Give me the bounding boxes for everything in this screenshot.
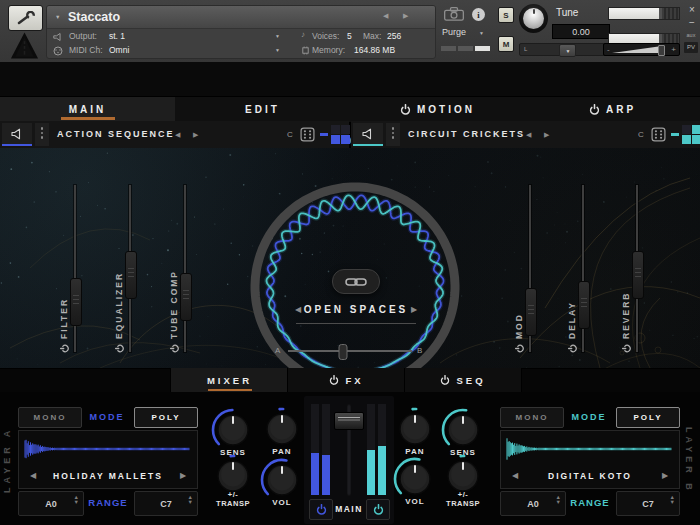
tab-arp[interactable]: ARP: [525, 96, 700, 122]
layer-b-vol-knob[interactable]: VOL: [391, 453, 439, 507]
layer-a-vol-knob[interactable]: VOL: [258, 454, 306, 508]
sequence-a-name[interactable]: ACTION SEQUENCE: [57, 121, 175, 148]
power-icon[interactable]: [440, 375, 450, 385]
layer-a-sample-prev-icon[interactable]: ◀: [27, 468, 39, 484]
delay-power-label[interactable]: DELAY: [567, 301, 577, 353]
layer-b-sample-next-icon[interactable]: ▶: [659, 468, 671, 484]
sequence-b-menu[interactable]: [386, 123, 400, 146]
pan-slider[interactable]: L R ▼: [519, 43, 615, 56]
close-button[interactable]: ×: [686, 4, 698, 15]
pan-handle[interactable]: ▼: [559, 44, 576, 57]
mod-slider-handle[interactable]: [525, 288, 537, 336]
instrument-collapse-caret[interactable]: ▼: [55, 14, 60, 20]
power-icon[interactable]: [329, 375, 339, 385]
mod-slider[interactable]: [525, 185, 535, 352]
pv-button[interactable]: PV: [684, 42, 698, 53]
tune-knob[interactable]: [519, 4, 548, 33]
preset-next-icon[interactable]: ▶: [408, 302, 420, 318]
layer-a-mono-button[interactable]: MONO: [18, 407, 82, 428]
power-icon[interactable]: [515, 344, 524, 353]
mute-button[interactable]: M: [498, 36, 514, 52]
delay-slider[interactable]: [578, 185, 588, 352]
snapshot-camera-icon[interactable]: [443, 7, 465, 21]
layer-b-sample-prev-icon[interactable]: ◀: [509, 468, 521, 484]
volume-plus[interactable]: +: [671, 45, 676, 54]
layer-b-range-low-stepper[interactable]: A0 ▲▼: [500, 491, 566, 516]
power-icon[interactable]: [622, 344, 631, 353]
midi-channel-selector[interactable]: MIDI Ch: Omni ▼: [53, 44, 293, 58]
sequence-b-name[interactable]: CIRCUIT CRICKETS: [408, 121, 525, 148]
layer-b-pan-knob[interactable]: PAN: [391, 403, 439, 457]
output-selector[interactable]: Output: st. 1 ▼: [53, 30, 293, 44]
mod-power-label[interactable]: MOD: [514, 313, 524, 353]
layer-a-sample-next-icon[interactable]: ▶: [177, 468, 189, 484]
ab-morph-handle[interactable]: [338, 344, 347, 360]
main-volume-fader[interactable]: [334, 404, 364, 496]
layer-a-range-low-stepper[interactable]: A0 ▲▼: [18, 491, 84, 516]
layer-b-sample-name[interactable]: DIGITAL KOTO: [521, 468, 659, 484]
output-caret-icon[interactable]: ▼: [275, 33, 280, 39]
power-icon[interactable]: [568, 344, 577, 353]
next-instrument-icon[interactable]: ▶: [403, 12, 408, 20]
subtab-fx[interactable]: FX: [287, 368, 406, 392]
ab-link-button[interactable]: [332, 269, 380, 294]
reverb-slider-handle[interactable]: [632, 251, 644, 299]
sequence-b-speaker-button[interactable]: [353, 123, 383, 144]
equalizer-slider[interactable]: [125, 185, 135, 352]
tube-comp-power-label[interactable]: TUBE COMP: [169, 270, 179, 353]
prev-instrument-icon[interactable]: ◀: [383, 12, 388, 20]
wrench-button[interactable]: [8, 5, 43, 31]
main-fader-handle[interactable]: [334, 412, 364, 430]
volume-handle[interactable]: [658, 45, 665, 56]
tube-comp-slider[interactable]: [180, 185, 190, 352]
filter-slider-handle[interactable]: [70, 278, 82, 326]
layer-b-range-high-stepper[interactable]: C7 ▲▼: [616, 491, 680, 516]
power-icon[interactable]: [170, 344, 179, 353]
layer-a-range-high-stepper[interactable]: C7 ▲▼: [134, 491, 198, 516]
sequence-a-random-dice-icon[interactable]: [300, 127, 315, 142]
solo-button[interactable]: S: [498, 7, 514, 23]
sequence-b-key[interactable]: C: [635, 121, 647, 148]
reverb-power-label[interactable]: REVERB: [621, 292, 631, 353]
layer-b-transpose-knob[interactable]: +/-TRANSP: [439, 450, 487, 504]
power-icon[interactable]: [400, 104, 411, 115]
tune-value[interactable]: 0.00: [552, 24, 610, 39]
layer-a-transpose-knob[interactable]: +/-TRANSP: [209, 450, 257, 504]
filter-slider[interactable]: [70, 185, 80, 352]
midi-caret-icon[interactable]: ▼: [275, 47, 280, 53]
aux-button[interactable]: aux: [683, 32, 699, 38]
delay-slider-handle[interactable]: [578, 281, 590, 329]
layer-a-sample-name[interactable]: HOLIDAY MALLETS: [39, 468, 177, 484]
instrument-title-bar[interactable]: ▼ Staccato ◀ ▶: [47, 6, 435, 29]
volume-slider[interactable]: - +: [603, 43, 680, 56]
tube-comp-slider-handle[interactable]: [180, 273, 192, 321]
layer-b-mono-button[interactable]: MONO: [500, 407, 564, 428]
sequence-a-speaker-button[interactable]: [2, 123, 32, 144]
tab-main[interactable]: MAIN: [0, 96, 176, 122]
sequence-b-prev-icon[interactable]: ◀: [526, 121, 531, 148]
volume-minus[interactable]: -: [607, 45, 610, 54]
layer-a-pan-knob[interactable]: PAN: [258, 403, 306, 457]
morph-ring[interactable]: [230, 155, 480, 368]
preset-name[interactable]: OPEN SPACES: [296, 302, 416, 318]
sequence-a-menu[interactable]: [35, 123, 49, 146]
power-icon[interactable]: [115, 344, 124, 353]
subtab-seq[interactable]: SEQ: [404, 368, 522, 392]
reverb-slider[interactable]: [632, 185, 642, 352]
equalizer-slider-handle[interactable]: [125, 251, 137, 299]
info-button[interactable]: i: [472, 8, 485, 21]
sequence-a-key[interactable]: C: [284, 121, 296, 148]
sequence-b-next-icon[interactable]: ▶: [544, 121, 549, 148]
sequence-a-prev-icon[interactable]: ◀: [175, 121, 180, 148]
layer-b-power-button[interactable]: [366, 499, 390, 520]
purge-caret-icon[interactable]: ▼: [479, 30, 484, 36]
filter-power-label[interactable]: FILTER: [59, 298, 69, 353]
equalizer-power-label[interactable]: EQUALIZER: [114, 272, 124, 353]
layer-a-poly-button[interactable]: POLY: [134, 407, 198, 428]
tab-edit[interactable]: EDIT: [175, 96, 351, 122]
layer-b-poly-button[interactable]: POLY: [616, 407, 680, 428]
purge-menu[interactable]: Purge: [442, 27, 466, 37]
minimize-button[interactable]: −: [686, 17, 698, 28]
sequence-b-random-dice-icon[interactable]: [651, 127, 666, 142]
ab-morph-slider[interactable]: [288, 344, 412, 358]
